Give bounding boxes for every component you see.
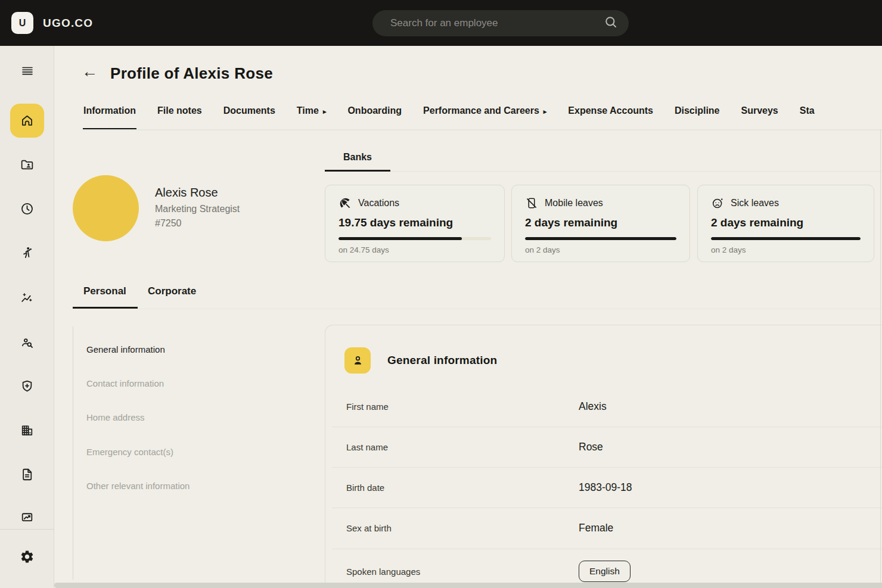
tab-personal[interactable]: Personal: [83, 285, 126, 297]
search-input[interactable]: [390, 17, 604, 29]
document-icon: [20, 467, 35, 482]
sidebar-item-employees[interactable]: [10, 148, 44, 182]
hamburger-menu-icon[interactable]: [10, 54, 44, 88]
progress-fill: [338, 237, 462, 240]
card-title: Mobile leaves: [545, 198, 603, 209]
sidebar-item-company[interactable]: [10, 413, 44, 447]
nav-other-relevant-information[interactable]: Other relevant information: [86, 481, 190, 491]
avatar: [73, 175, 139, 241]
field-birth-date: Birth date 1983-09-18: [332, 467, 882, 508]
celebration-person-icon: [20, 245, 35, 260]
field-label: Last name: [332, 442, 579, 452]
employee-role: Marketing Strategist: [155, 204, 240, 214]
field-last-name: Last name Rose: [332, 427, 882, 467]
days-remaining: 2 days remaining: [711, 216, 861, 229]
company-building-icon: [20, 423, 35, 438]
field-value: Rose: [579, 441, 603, 453]
sidebar-item-health-safety[interactable]: [10, 369, 44, 403]
sidebar-item-recruitment[interactable]: [10, 326, 44, 360]
profile-tab-bar: Information File notes Documents Time▸ O…: [83, 101, 882, 130]
field-label: Birth date: [332, 483, 579, 493]
sidebar: [0, 46, 54, 588]
tab-stats[interactable]: Sta: [799, 101, 815, 130]
back-button[interactable]: ←: [82, 64, 98, 80]
main-content: ← Profile of Alexis Rose Information Fil…: [54, 46, 882, 588]
nav-contact-information[interactable]: Contact information: [86, 378, 164, 388]
sidebar-divider: [0, 529, 54, 530]
active-subtab-underline: [73, 307, 138, 309]
progress-track: [711, 237, 861, 240]
field-value: Female: [579, 522, 613, 534]
sidebar-item-celebrations[interactable]: [10, 236, 44, 270]
progress-track: [525, 237, 676, 240]
nav-general-information[interactable]: General information: [86, 344, 165, 354]
days-total: on 24.75 days: [338, 245, 491, 254]
tab-surveys[interactable]: Surveys: [741, 101, 779, 130]
logo-button[interactable]: U UGO.CO: [11, 12, 93, 34]
field-label: First name: [332, 402, 579, 412]
tab-documents[interactable]: Documents: [223, 101, 276, 130]
tab-onboarding[interactable]: Onboarding: [347, 101, 402, 130]
chevron-right-icon: ▸: [544, 108, 547, 116]
sick-face-icon: [711, 197, 724, 210]
sidebar-item-time[interactable]: [10, 192, 44, 226]
section-title: General information: [387, 354, 497, 367]
tab-information[interactable]: Information: [83, 101, 136, 130]
beach-umbrella-icon: [338, 197, 352, 210]
tab-expense-accounts[interactable]: Expense Accounts: [567, 101, 654, 130]
sidebar-item-performance[interactable]: [10, 281, 44, 315]
tab-banks[interactable]: Banks: [325, 145, 390, 172]
subtab-divider: [73, 309, 882, 309]
tab-time[interactable]: Time▸: [296, 101, 327, 130]
card-title: Vacations: [358, 198, 399, 209]
logo-icon: U: [11, 12, 33, 34]
tab-performance-careers[interactable]: Performance and Careers▸: [423, 101, 547, 130]
days-total: on 2 days: [525, 245, 676, 254]
language-chip: English: [579, 561, 631, 582]
tab-corporate[interactable]: Corporate: [148, 285, 196, 297]
tab-discipline[interactable]: Discipline: [674, 101, 720, 130]
topbar: U UGO.CO: [0, 0, 882, 46]
days-total: on 2 days: [711, 245, 861, 254]
sidebar-item-documents[interactable]: [10, 458, 44, 491]
settings-gear-icon: [20, 549, 35, 564]
field-label: Sex at birth: [332, 523, 579, 533]
nav-emergency-contacts[interactable]: Emergency contact(s): [86, 447, 173, 457]
employee-id: #7250: [155, 218, 182, 229]
right-edge-divider: [880, 129, 881, 583]
employee-search-bar[interactable]: [372, 10, 629, 36]
insights-chart-icon: [20, 290, 35, 305]
days-remaining: 19.75 days remaining: [338, 216, 491, 229]
general-information-panel: General information First name Alexis La…: [325, 325, 882, 588]
horizontal-scrollbar[interactable]: [54, 583, 882, 588]
banks-tabbar-divider: [325, 171, 882, 172]
time-clock-icon: [20, 201, 35, 216]
nav-home-address[interactable]: Home address: [86, 412, 145, 422]
person-search-icon: [20, 335, 35, 350]
progress-track: [338, 237, 491, 240]
search-icon[interactable]: [604, 15, 618, 32]
mobile-off-icon: [525, 197, 538, 210]
vacations-card: Vacations 19.75 days remaining on 24.75 …: [325, 185, 505, 262]
health-shield-icon: [20, 379, 35, 394]
chevron-right-icon: ▸: [323, 108, 327, 116]
presentation-chart-icon: [20, 510, 35, 525]
field-sex-at-birth: Sex at birth Female: [332, 508, 882, 548]
employee-folder-icon: [20, 157, 35, 172]
sidebar-item-home[interactable]: [10, 104, 44, 138]
sidebar-item-settings[interactable]: [10, 540, 44, 574]
home-icon: [20, 113, 35, 128]
progress-fill: [711, 237, 861, 240]
days-remaining: 2 days remaining: [525, 216, 676, 229]
tab-file-notes[interactable]: File notes: [157, 101, 203, 130]
field-value: Alexis: [579, 400, 607, 413]
card-title: Sick leaves: [731, 198, 779, 209]
field-label: Spoken languages: [332, 567, 579, 577]
page-title: Profile of Alexis Rose: [110, 64, 273, 83]
field-first-name: First name Alexis: [332, 386, 882, 427]
mobile-leaves-card: Mobile leaves 2 days remaining on 2 days: [511, 185, 690, 262]
sick-leaves-card: Sick leaves 2 days remaining on 2 days: [697, 185, 874, 262]
person-icon: [344, 347, 371, 374]
field-value: 1983-09-18: [579, 481, 632, 494]
progress-fill: [525, 237, 676, 240]
